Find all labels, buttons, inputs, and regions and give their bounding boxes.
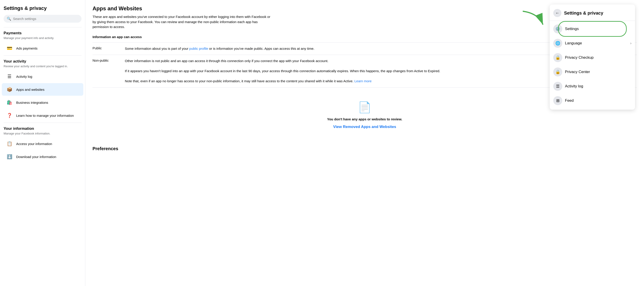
language-icon: 🌐 [553, 39, 562, 48]
sidebar-item-download-info[interactable]: ⬇️ Download your information [2, 150, 83, 163]
dropdown-activity-log-icon: ☰ [553, 82, 562, 91]
empty-state-icon: 📄 [358, 101, 372, 114]
dropdown-header: ← Settings & privacy [550, 6, 635, 20]
dropdown-item-label-privacy-checkup: Privacy Checkup [565, 55, 632, 60]
left-sidebar: Settings & privacy 🔍 Payments Manage you… [0, 0, 85, 286]
divider-payments [4, 55, 82, 56]
divider-top [4, 27, 82, 27]
learn-manage-icon: ❓ [6, 111, 14, 120]
sidebar-title: Settings & privacy [0, 3, 85, 14]
learn-more-link[interactable]: Learn more [354, 79, 372, 83]
dropdown-item-label-language: Language [565, 41, 628, 45]
download-info-icon: ⬇️ [6, 153, 14, 161]
dropdown-item-feed[interactable]: ⊞ Feed [550, 94, 635, 108]
business-integrations-icon: 🛍️ [6, 98, 14, 107]
dropdown-title: Settings & privacy [564, 10, 603, 16]
sidebar-item-label-business-integrations: Business integrations [16, 101, 48, 105]
sidebar-item-apps-websites[interactable]: 📦 Apps and websites [2, 83, 83, 96]
search-input[interactable] [13, 17, 78, 21]
apps-websites-icon: 📦 [6, 85, 14, 94]
dropdown-item-label-feed: Feed [565, 98, 632, 103]
dropdown-item-activity-log[interactable]: ☰ Activity log [550, 79, 635, 94]
page-description: These are apps and websites you've conne… [92, 14, 272, 30]
sidebar-item-business-integrations[interactable]: 🛍️ Business integrations [2, 96, 83, 109]
section-title-payments: Payments [0, 28, 85, 36]
privacy-center-icon: 🔒 [553, 67, 562, 76]
dropdown-item-language[interactable]: 🌐 Language › [550, 36, 635, 50]
dropdown-item-label-settings: Settings [565, 27, 632, 31]
sidebar-item-learn-manage[interactable]: ❓ Learn how to manage your information [2, 109, 83, 122]
sidebar-item-access-info[interactable]: 📋 Access your information [2, 138, 83, 150]
sidebar-item-label-apps-websites: Apps and websites [16, 88, 44, 91]
section-subtitle-payments: Manage your payment info and activity. [0, 36, 85, 41]
ads-payments-icon: 💳 [6, 44, 14, 52]
divider-activity [4, 123, 82, 123]
settings-icon: ⚙️ [553, 24, 562, 33]
row-label-nonpublic: Non-public [92, 58, 120, 62]
section-subtitle-activity: Review your activity and content you're … [0, 65, 85, 70]
search-box[interactable]: 🔍 [4, 15, 82, 23]
activity-log-icon: ☰ [6, 72, 14, 80]
section-subtitle-info: Manage your Facebook information. [0, 132, 85, 137]
dropdown-item-privacy-center[interactable]: 🔒 Privacy Center [550, 65, 635, 79]
search-icon: 🔍 [7, 16, 11, 21]
section-title-info: Your information [0, 124, 85, 132]
dropdown-item-privacy-checkup[interactable]: 🔒 Privacy Checkup [550, 50, 635, 65]
feed-icon: ⊞ [553, 96, 562, 105]
dropdown-item-label-activity-log: Activity log [565, 84, 632, 89]
search-wrapper: 🔍 [0, 14, 85, 26]
dropdown-item-settings[interactable]: ⚙️ Settings [550, 22, 635, 36]
preferences-title: Preferences [92, 143, 637, 151]
sidebar-item-label-activity-log: Activity log [16, 75, 32, 78]
dropdown-item-label-privacy-center: Privacy Center [565, 70, 632, 74]
row-label-public: Public [92, 46, 120, 50]
sidebar-item-ads-payments[interactable]: 💳 Ads payments [2, 42, 83, 54]
dropdown-panel: ← Settings & privacy ⚙️ Settings 🌐 Langu… [550, 4, 635, 110]
sidebar-item-label-ads-payments: Ads payments [16, 46, 38, 50]
sidebar-item-label-download-info: Download your information [16, 155, 56, 159]
sidebar-item-label-learn-manage: Learn how to manage your information [16, 114, 74, 118]
back-button[interactable]: ← [553, 9, 561, 17]
dropdown-divider [550, 21, 635, 21]
sidebar-item-label-access-info: Access your information [16, 142, 52, 146]
empty-state-text: You don't have any apps or websites to r… [327, 117, 402, 121]
access-info-icon: 📋 [6, 140, 14, 148]
privacy-checkup-icon: 🔒 [553, 53, 562, 62]
section-title-activity: Your activity [0, 56, 85, 65]
public-profile-link[interactable]: public profile [189, 47, 208, 50]
view-removed-button[interactable]: View Removed Apps and Websites [333, 125, 396, 129]
sidebar-item-activity-log[interactable]: ☰ Activity log [2, 70, 83, 83]
language-arrow-icon: › [630, 41, 632, 45]
